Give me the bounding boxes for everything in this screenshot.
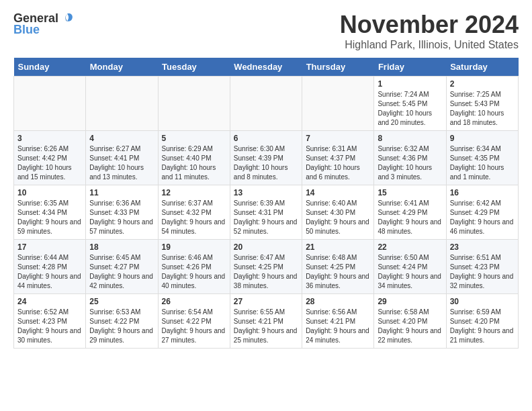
day-cell: 26Sunrise: 6:54 AM Sunset: 4:22 PM Dayli… [158, 294, 230, 349]
day-cell: 24Sunrise: 6:52 AM Sunset: 4:23 PM Dayli… [14, 294, 86, 349]
col-header-wednesday: Wednesday [230, 58, 302, 77]
week-row-4: 17Sunrise: 6:44 AM Sunset: 4:28 PM Dayli… [14, 240, 519, 294]
day-cell: 6Sunrise: 6:30 AM Sunset: 4:39 PM Daylig… [230, 131, 302, 185]
day-number: 18 [89, 242, 154, 252]
day-info: Sunrise: 6:51 AM Sunset: 4:23 PM Dayligh… [450, 253, 515, 291]
day-cell [14, 77, 86, 131]
day-info: Sunrise: 7:25 AM Sunset: 5:43 PM Dayligh… [450, 90, 515, 128]
day-cell: 21Sunrise: 6:48 AM Sunset: 4:25 PM Dayli… [302, 240, 374, 294]
day-number: 28 [306, 297, 370, 306]
day-number: 25 [89, 297, 154, 306]
day-cell: 25Sunrise: 6:53 AM Sunset: 4:22 PM Dayli… [86, 294, 158, 349]
day-info: Sunrise: 6:32 AM Sunset: 4:36 PM Dayligh… [378, 144, 442, 182]
day-number: 6 [234, 134, 298, 143]
day-cell: 7Sunrise: 6:31 AM Sunset: 4:37 PM Daylig… [302, 131, 374, 185]
day-cell: 16Sunrise: 6:42 AM Sunset: 4:29 PM Dayli… [446, 185, 518, 240]
day-cell: 2Sunrise: 7:25 AM Sunset: 5:43 PM Daylig… [446, 77, 518, 131]
main-title: November 2024 [340, 11, 519, 39]
day-number: 24 [17, 297, 82, 306]
day-cell: 12Sunrise: 6:37 AM Sunset: 4:32 PM Dayli… [158, 185, 230, 240]
col-header-thursday: Thursday [302, 58, 374, 77]
day-info: Sunrise: 6:56 AM Sunset: 4:21 PM Dayligh… [306, 308, 370, 345]
logo: General Blue [13, 11, 76, 37]
day-info: Sunrise: 6:29 AM Sunset: 4:40 PM Dayligh… [162, 144, 226, 182]
day-number: 30 [450, 297, 515, 306]
day-cell: 15Sunrise: 6:41 AM Sunset: 4:29 PM Dayli… [374, 185, 446, 240]
day-cell: 8Sunrise: 6:32 AM Sunset: 4:36 PM Daylig… [374, 131, 446, 185]
week-row-3: 10Sunrise: 6:35 AM Sunset: 4:34 PM Dayli… [14, 185, 519, 240]
day-info: Sunrise: 6:36 AM Sunset: 4:33 PM Dayligh… [89, 199, 154, 236]
day-cell: 9Sunrise: 6:34 AM Sunset: 4:35 PM Daylig… [446, 131, 518, 185]
day-info: Sunrise: 6:59 AM Sunset: 4:20 PM Dayligh… [450, 308, 515, 345]
week-row-5: 24Sunrise: 6:52 AM Sunset: 4:23 PM Dayli… [14, 294, 519, 349]
header: General Blue November 2024 Highland Park… [13, 11, 519, 51]
col-header-friday: Friday [374, 58, 446, 77]
day-cell: 10Sunrise: 6:35 AM Sunset: 4:34 PM Dayli… [14, 185, 86, 240]
day-info: Sunrise: 6:45 AM Sunset: 4:27 PM Dayligh… [89, 253, 154, 291]
day-info: Sunrise: 6:39 AM Sunset: 4:31 PM Dayligh… [234, 199, 298, 236]
day-cell: 22Sunrise: 6:50 AM Sunset: 4:24 PM Dayli… [374, 240, 446, 294]
day-cell: 17Sunrise: 6:44 AM Sunset: 4:28 PM Dayli… [14, 240, 86, 294]
day-cell: 18Sunrise: 6:45 AM Sunset: 4:27 PM Dayli… [86, 240, 158, 294]
day-number: 7 [306, 134, 370, 143]
day-number: 9 [450, 134, 515, 143]
col-header-sunday: Sunday [14, 58, 86, 77]
day-info: Sunrise: 6:48 AM Sunset: 4:25 PM Dayligh… [306, 253, 370, 291]
day-cell: 4Sunrise: 6:27 AM Sunset: 4:41 PM Daylig… [86, 131, 158, 185]
day-info: Sunrise: 6:58 AM Sunset: 4:20 PM Dayligh… [378, 308, 442, 345]
day-info: Sunrise: 6:40 AM Sunset: 4:30 PM Dayligh… [306, 199, 370, 236]
day-number: 19 [162, 242, 226, 252]
day-cell: 30Sunrise: 6:59 AM Sunset: 4:20 PM Dayli… [446, 294, 518, 349]
day-cell: 11Sunrise: 6:36 AM Sunset: 4:33 PM Dayli… [86, 185, 158, 240]
subtitle: Highland Park, Illinois, United States [340, 39, 519, 51]
day-info: Sunrise: 6:52 AM Sunset: 4:23 PM Dayligh… [17, 308, 82, 345]
day-info: Sunrise: 6:50 AM Sunset: 4:24 PM Dayligh… [378, 253, 442, 291]
day-info: Sunrise: 6:34 AM Sunset: 4:35 PM Dayligh… [450, 144, 515, 182]
day-number: 11 [89, 188, 154, 197]
day-cell: 3Sunrise: 6:26 AM Sunset: 4:42 PM Daylig… [14, 131, 86, 185]
day-info: Sunrise: 6:47 AM Sunset: 4:25 PM Dayligh… [234, 253, 298, 291]
day-number: 2 [450, 79, 515, 89]
col-header-saturday: Saturday [446, 58, 518, 77]
day-number: 13 [234, 188, 298, 197]
day-cell [230, 77, 302, 131]
day-cell: 13Sunrise: 6:39 AM Sunset: 4:31 PM Dayli… [230, 185, 302, 240]
col-header-monday: Monday [86, 58, 158, 77]
logo-bird-icon [60, 11, 75, 26]
day-info: Sunrise: 6:27 AM Sunset: 4:41 PM Dayligh… [89, 144, 154, 182]
col-header-tuesday: Tuesday [158, 58, 230, 77]
day-number: 5 [162, 134, 226, 143]
day-cell: 14Sunrise: 6:40 AM Sunset: 4:30 PM Dayli… [302, 185, 374, 240]
day-number: 4 [89, 134, 154, 143]
day-number: 3 [17, 134, 82, 143]
day-number: 16 [450, 188, 515, 197]
week-row-2: 3Sunrise: 6:26 AM Sunset: 4:42 PM Daylig… [14, 131, 519, 185]
day-info: Sunrise: 6:37 AM Sunset: 4:32 PM Dayligh… [162, 199, 226, 236]
day-info: Sunrise: 6:30 AM Sunset: 4:39 PM Dayligh… [234, 144, 298, 182]
week-row-1: 1Sunrise: 7:24 AM Sunset: 5:45 PM Daylig… [14, 77, 519, 131]
day-cell: 23Sunrise: 6:51 AM Sunset: 4:23 PM Dayli… [446, 240, 518, 294]
day-cell: 29Sunrise: 6:58 AM Sunset: 4:20 PM Dayli… [374, 294, 446, 349]
day-number: 29 [378, 297, 442, 306]
day-cell [302, 77, 374, 131]
day-number: 15 [378, 188, 442, 197]
day-info: Sunrise: 6:44 AM Sunset: 4:28 PM Dayligh… [17, 253, 82, 291]
day-cell [158, 77, 230, 131]
day-number: 12 [162, 188, 226, 197]
day-number: 14 [306, 188, 370, 197]
day-info: Sunrise: 6:54 AM Sunset: 4:22 PM Dayligh… [162, 308, 226, 345]
day-number: 26 [162, 297, 226, 306]
day-info: Sunrise: 6:35 AM Sunset: 4:34 PM Dayligh… [17, 199, 82, 236]
day-number: 17 [17, 242, 82, 252]
day-cell [86, 77, 158, 131]
calendar-table: SundayMondayTuesdayWednesdayThursdayFrid… [13, 58, 519, 349]
day-number: 8 [378, 134, 442, 143]
day-cell: 20Sunrise: 6:47 AM Sunset: 4:25 PM Dayli… [230, 240, 302, 294]
day-number: 23 [450, 242, 515, 252]
day-cell: 28Sunrise: 6:56 AM Sunset: 4:21 PM Dayli… [302, 294, 374, 349]
day-number: 20 [234, 242, 298, 252]
day-number: 27 [234, 297, 298, 306]
day-info: Sunrise: 6:55 AM Sunset: 4:21 PM Dayligh… [234, 308, 298, 345]
day-cell: 1Sunrise: 7:24 AM Sunset: 5:45 PM Daylig… [374, 77, 446, 131]
day-info: Sunrise: 6:53 AM Sunset: 4:22 PM Dayligh… [89, 308, 154, 345]
